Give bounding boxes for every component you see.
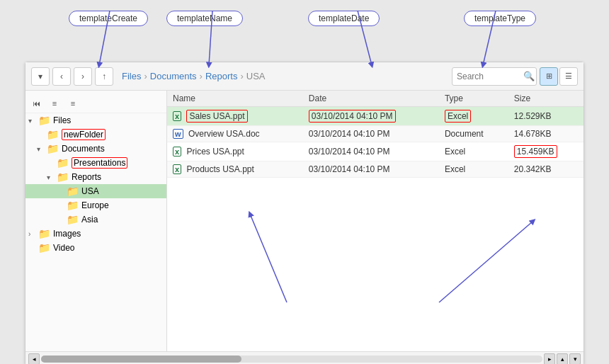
tree-label: Images bbox=[53, 229, 81, 239]
folder-icon: 📁 bbox=[47, 129, 59, 140]
file-type: Document bbox=[445, 129, 484, 139]
tree-item-reports[interactable]: ▾ 📁 Reports bbox=[25, 170, 166, 184]
file-type-cell: Excel bbox=[439, 161, 508, 178]
table-row[interactable]: x Prices USA.ppt 03/10/2014 04:10 PM Exc… bbox=[167, 142, 584, 161]
sidebar-lines-btn[interactable]: ≡ bbox=[65, 96, 81, 111]
bubble-template-type: templateType bbox=[464, 11, 536, 26]
col-date[interactable]: Date bbox=[303, 91, 439, 107]
file-date-cell: 03/10/2014 04:10 PM bbox=[303, 107, 439, 126]
tree-item-presentations[interactable]: 📁 Presentations bbox=[25, 156, 166, 170]
file-date-cell: 03/10/2014 04:10 PM bbox=[303, 142, 439, 161]
file-size: 15.459KB bbox=[514, 145, 557, 158]
sidebar-first-btn[interactable]: ⏮ bbox=[28, 96, 44, 111]
tree-label: Reports bbox=[72, 172, 101, 182]
tree-label: Files bbox=[53, 115, 71, 125]
file-date: 03/10/2014 04:10 PM bbox=[309, 129, 390, 139]
tree-label: newFolder bbox=[62, 129, 106, 140]
scroll-left-btn[interactable]: ◂ bbox=[28, 353, 40, 365]
toolbar: ▾ ‹ › ↑ Files › Documents › Reports › US… bbox=[25, 62, 584, 91]
breadcrumb-bar: Files › Documents › Reports › USA bbox=[116, 71, 449, 81]
file-name-cell: x Sales USA.ppt bbox=[167, 107, 303, 126]
folder-icon: 📁 bbox=[38, 115, 50, 126]
table-row[interactable]: w Overview USA.doc 03/10/2014 04:10 PM D… bbox=[167, 126, 584, 142]
tree-item-europe[interactable]: 📁 Europe bbox=[25, 198, 166, 212]
tree-item-newfolder[interactable]: 📁 newFolder bbox=[25, 127, 166, 142]
file-type-cell: Excel bbox=[439, 107, 508, 126]
col-size[interactable]: Size bbox=[508, 91, 584, 107]
col-type[interactable]: Type bbox=[439, 91, 508, 107]
file-name: Overview USA.doc bbox=[188, 129, 260, 139]
bubble-template-date: templateDate bbox=[308, 11, 380, 26]
file-name-cell: x Prices USA.ppt bbox=[167, 142, 303, 161]
file-name-cell: x Products USA.ppt bbox=[167, 161, 303, 178]
file-date-cell: 03/10/2014 04:10 PM bbox=[303, 161, 439, 178]
list-view-btn[interactable]: ☰ bbox=[559, 67, 578, 86]
tree-item-files[interactable]: ▾ 📁 Files bbox=[25, 113, 166, 127]
file-type: Excel bbox=[445, 164, 465, 174]
folder-icon: 📁 bbox=[38, 228, 50, 239]
file-size-cell: 14.678KB bbox=[508, 126, 584, 142]
file-name: Products USA.ppt bbox=[186, 164, 254, 174]
file-size: 20.342KB bbox=[514, 164, 552, 174]
tree-item-video[interactable]: 📁 Video bbox=[25, 241, 166, 255]
tree-arrow: › bbox=[28, 230, 38, 238]
sidebar-sort-btn[interactable]: ≡ bbox=[47, 96, 62, 111]
breadcrumb-reports[interactable]: Reports bbox=[205, 71, 238, 81]
file-list: Name Date Type Size x Sales USA.ppt bbox=[167, 91, 584, 351]
tree-label: Documents bbox=[62, 144, 105, 154]
file-manager-window: ▾ ‹ › ↑ Files › Documents › Reports › US… bbox=[25, 62, 584, 364]
file-date: 03/10/2014 04:10 PM bbox=[309, 110, 396, 123]
table-row[interactable]: x Sales USA.ppt 03/10/2014 04:10 PM Exce… bbox=[167, 107, 584, 126]
file-size: 14.678KB bbox=[514, 129, 552, 139]
main-area: ⏮ ≡ ≡ ▾ 📁 Files 📁 newFolder ▾ � bbox=[25, 91, 584, 351]
tree-arrow: ▾ bbox=[28, 117, 38, 125]
tree-item-asia[interactable]: 📁 Asia bbox=[25, 212, 166, 227]
bubble-template-create: templateCreate bbox=[69, 11, 148, 26]
file-icon: x bbox=[173, 164, 181, 174]
scroll-up-btn[interactable]: ▴ bbox=[557, 353, 568, 365]
file-icon: w bbox=[173, 129, 183, 139]
excel-icon: x bbox=[173, 147, 181, 157]
breadcrumb-files[interactable]: Files bbox=[122, 71, 141, 81]
tree-label: Presentations bbox=[72, 157, 127, 169]
up-btn[interactable]: ↑ bbox=[95, 67, 113, 86]
back-btn[interactable]: ‹ bbox=[52, 67, 71, 86]
scrollbar-thumb[interactable] bbox=[41, 356, 241, 363]
dropdown-btn[interactable]: ▾ bbox=[31, 67, 50, 86]
tree-label: Video bbox=[53, 243, 74, 253]
folder-icon: 📁 bbox=[47, 143, 59, 154]
scroll-right-btn[interactable]: ▸ bbox=[544, 353, 555, 365]
excel-icon: x bbox=[173, 111, 181, 121]
search-input[interactable] bbox=[457, 72, 520, 81]
file-date: 03/10/2014 04:10 PM bbox=[309, 147, 390, 157]
bubble-template-name: templateName bbox=[166, 11, 243, 26]
file-type-cell: Document bbox=[439, 126, 508, 142]
tree-label: Europe bbox=[81, 200, 109, 210]
breadcrumb-usa: USA bbox=[246, 71, 266, 81]
tree-arrow: ▾ bbox=[47, 174, 57, 181]
file-date-cell: 03/10/2014 04:10 PM bbox=[303, 126, 439, 142]
search-box[interactable]: 🔍 bbox=[452, 67, 537, 86]
tree-item-documents[interactable]: ▾ 📁 Documents bbox=[25, 142, 166, 156]
scrollbar-track[interactable] bbox=[41, 356, 542, 363]
search-icon[interactable]: 🔍 bbox=[523, 71, 535, 81]
forward-btn[interactable]: › bbox=[74, 67, 92, 86]
tree-item-images[interactable]: › 📁 Images bbox=[25, 227, 166, 241]
table-row[interactable]: x Products USA.ppt 03/10/2014 04:10 PM E… bbox=[167, 161, 584, 178]
view-toggle: ⊞ ☰ bbox=[540, 67, 578, 86]
horizontal-scrollbar[interactable]: ◂ ▸ ▴ ▾ bbox=[25, 351, 584, 364]
file-table: Name Date Type Size x Sales USA.ppt bbox=[167, 91, 584, 178]
sidebar-toolbar: ⏮ ≡ ≡ bbox=[25, 93, 166, 113]
col-name[interactable]: Name bbox=[167, 91, 303, 107]
folder-icon: 📁 bbox=[67, 186, 79, 197]
file-type: Excel bbox=[445, 110, 471, 123]
grid-view-btn[interactable]: ⊞ bbox=[540, 67, 558, 86]
file-type: Excel bbox=[445, 147, 465, 157]
tree-item-usa[interactable]: 📁 USA bbox=[25, 184, 166, 198]
file-size-cell: 15.459KB bbox=[508, 142, 584, 161]
folder-icon: 📁 bbox=[67, 214, 79, 225]
breadcrumb-documents[interactable]: Documents bbox=[150, 71, 197, 81]
excel-icon: x bbox=[173, 164, 181, 174]
folder-icon: 📁 bbox=[57, 171, 69, 183]
scroll-down-btn[interactable]: ▾ bbox=[569, 353, 581, 365]
